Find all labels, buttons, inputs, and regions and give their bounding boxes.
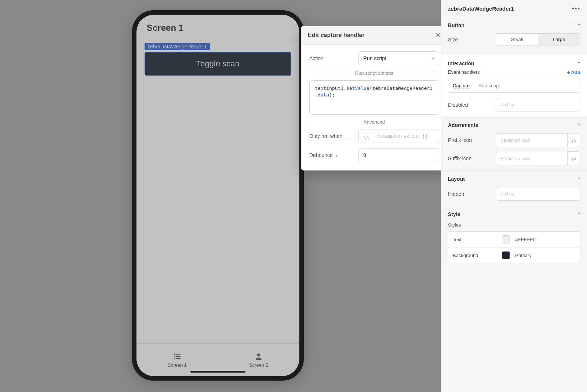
fx-button[interactable]: ƒx [567, 151, 580, 165]
debounce-input[interactable] [358, 148, 439, 162]
svg-rect-0 [174, 353, 175, 355]
options-separator: Run script options [309, 70, 439, 76]
svg-rect-3 [176, 356, 181, 357]
section-layout-header[interactable]: Layout ⌃ [448, 176, 580, 182]
size-small-button[interactable]: Small [496, 34, 538, 45]
section-adornments-header[interactable]: Adornments ⌃ [448, 122, 580, 128]
tab-label: Screen 2 [249, 362, 268, 368]
close-icon[interactable]: ✕ [435, 31, 441, 39]
disabled-label: Disabled [448, 102, 491, 108]
event-handlers-label: Event handlers [448, 69, 480, 75]
svg-rect-5 [176, 358, 181, 359]
handler-action: Run script [478, 83, 500, 89]
home-indicator [190, 371, 245, 373]
handler-row[interactable]: Capture Run script [448, 79, 580, 93]
component-chip[interactable]: zebraDataWedgeReader1 [145, 43, 210, 50]
more-icon[interactable]: ••• [572, 5, 580, 12]
color-swatch[interactable] [502, 251, 510, 259]
handler-name: Capture [453, 83, 470, 89]
style-row-background[interactable]: Background Primary [448, 247, 580, 263]
add-handler-button[interactable]: + Add [567, 70, 580, 75]
script-editor[interactable]: textInput1.setValue(zebraDataWedgeReader… [309, 80, 439, 115]
toggle-scan-button[interactable]: Toggle scan [145, 52, 291, 76]
screen-title: Screen 1 [136, 15, 299, 40]
action-value: Run script [363, 55, 386, 61]
prefix-icon-input[interactable]: Select an icon [496, 133, 567, 147]
popover-header: Edit capture handler ✕ [301, 26, 447, 45]
action-label: Action [309, 55, 353, 61]
inspector-panel: zebraDataWedgeReader1 ••• Button ⌃ Size … [441, 0, 587, 392]
disabled-input[interactable]: false [496, 98, 580, 111]
panel-title: zebraDataWedgeReader1 [448, 6, 514, 12]
only-run-when-input[interactable] [358, 129, 439, 143]
svg-point-6 [257, 353, 260, 356]
fx-button[interactable]: ƒx [567, 133, 580, 147]
chevron-up-icon: ⌃ [577, 61, 580, 66]
section-style-header[interactable]: Style ⌃ [448, 211, 580, 217]
action-select[interactable]: Run script ▾ [358, 51, 439, 65]
svg-rect-4 [174, 358, 175, 359]
phone-screen: Screen 1 zebraDataWedgeReader1 Toggle sc… [136, 15, 299, 376]
popover-title: Edit capture handler [308, 32, 365, 39]
edit-capture-handler-popover: Edit capture handler ✕ Action Run script… [301, 26, 448, 171]
advanced-separator: Advanced [309, 119, 439, 125]
styles-list: Text #EFEFF0 Background Primary [448, 231, 580, 263]
section-button: Button ⌃ Size Small Large [441, 17, 587, 55]
size-segmented-control: Small Large [496, 33, 580, 45]
section-button-header[interactable]: Button ⌃ [448, 22, 580, 28]
list-icon [173, 352, 182, 361]
user-icon [254, 352, 263, 361]
tab-label: Screen 1 [168, 362, 187, 368]
suffix-icon-input[interactable]: Select an icon [496, 152, 567, 165]
hidden-input[interactable]: false [496, 187, 580, 201]
chevron-up-icon: ⌃ [577, 123, 580, 128]
size-large-button[interactable]: Large [538, 34, 580, 45]
suffix-icon-label: Suffix icon [448, 155, 491, 161]
debounce-label: Debounce ▾ [309, 152, 353, 158]
screen-body: zebraDataWedgeReader1 Toggle scan [136, 40, 299, 343]
prefix-icon-label: Prefix icon [448, 137, 491, 143]
size-label: Size [448, 37, 491, 43]
section-interaction-header[interactable]: Interaction ⌃ [448, 61, 580, 66]
svg-rect-1 [176, 354, 181, 355]
color-swatch[interactable] [502, 235, 510, 243]
styles-sublabel: Styles [448, 222, 580, 228]
only-run-when-label: Only run when [309, 133, 353, 139]
chevron-up-icon: ⌃ [577, 23, 580, 28]
section-style: Style ⌃ Styles Text #EFEFF0 Background P… [441, 206, 587, 268]
chevron-down-icon: ▾ [432, 56, 434, 61]
hidden-label: Hidden [448, 191, 491, 197]
style-row-text[interactable]: Text #EFEFF0 [448, 232, 580, 247]
section-interaction: Interaction ⌃ Event handlers + Add Captu… [441, 55, 587, 117]
section-layout: Layout ⌃ Hidden false [441, 171, 587, 206]
chevron-down-icon[interactable]: ▾ [336, 153, 338, 158]
phone-frame: Screen 1 zebraDataWedgeReader1 Toggle sc… [132, 10, 304, 381]
chevron-up-icon: ⌃ [577, 177, 580, 182]
svg-rect-2 [174, 356, 175, 357]
section-adornments: Adornments ⌃ Prefix icon Select an icon … [441, 117, 587, 171]
chevron-up-icon: ⌃ [577, 212, 580, 217]
